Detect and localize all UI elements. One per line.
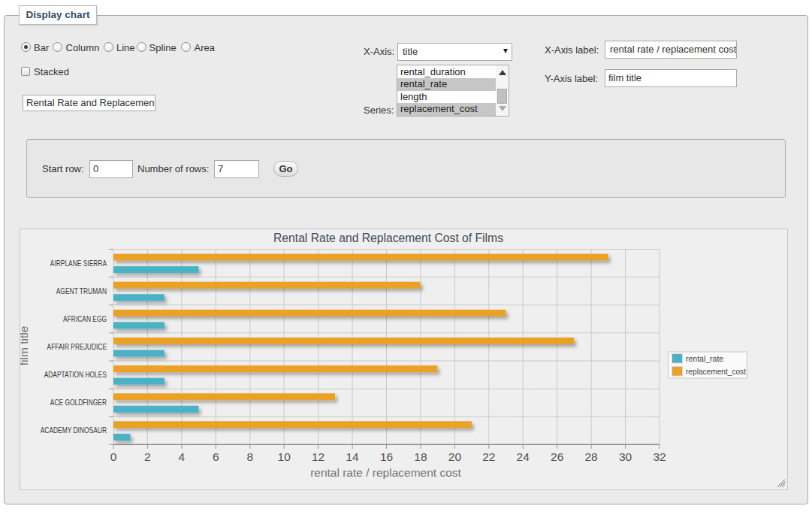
svg-text:10: 10 (278, 450, 291, 463)
svg-text:0: 0 (110, 450, 117, 463)
svg-text:film title: film title (20, 326, 30, 366)
svg-text:8: 8 (246, 450, 253, 463)
svg-text:AFFAIR PREJUDICE: AFFAIR PREJUDICE (47, 343, 107, 351)
svg-text:14: 14 (346, 450, 359, 463)
svg-text:AFRICAN EGG: AFRICAN EGG (63, 315, 107, 323)
svg-text:18: 18 (414, 450, 427, 463)
svg-text:rental_rate: rental_rate (686, 354, 723, 363)
svg-text:22: 22 (482, 450, 495, 463)
svg-text:26: 26 (551, 450, 563, 463)
svg-text:16: 16 (380, 450, 393, 463)
svg-text:20: 20 (448, 450, 462, 463)
svg-text:6: 6 (213, 450, 219, 463)
svg-text:replacement_cost: replacement_cost (686, 367, 746, 376)
svg-text:AGENT TRUMAN: AGENT TRUMAN (56, 287, 107, 295)
svg-text:32: 32 (653, 450, 666, 463)
svg-text:4: 4 (179, 450, 186, 463)
svg-text:ACADEMY DINOSAUR: ACADEMY DINOSAUR (41, 426, 107, 435)
svg-text:AIRPLANE SIERRA: AIRPLANE SIERRA (50, 259, 107, 268)
svg-text:Rental Rate and Replacement Co: Rental Rate and Replacement Cost of Film… (273, 232, 503, 244)
svg-text:ADAPTATION HOLES: ADAPTATION HOLES (44, 371, 107, 379)
svg-text:ACE GOLDFINGER: ACE GOLDFINGER (50, 398, 107, 407)
svg-text:rental rate / replacement cost: rental rate / replacement cost (310, 466, 461, 479)
svg-text:30: 30 (619, 450, 632, 463)
svg-text:28: 28 (584, 450, 597, 463)
svg-text:2: 2 (144, 450, 151, 463)
svg-text:12: 12 (312, 450, 324, 463)
svg-text:24: 24 (517, 450, 530, 463)
